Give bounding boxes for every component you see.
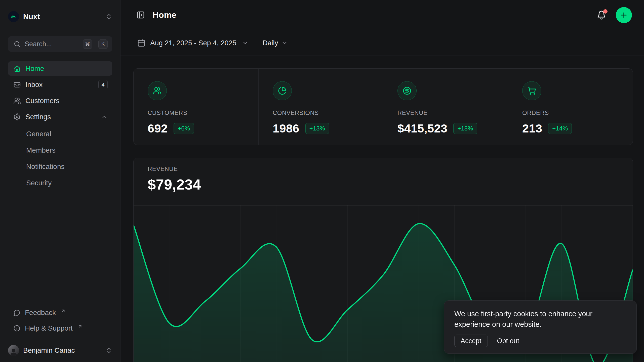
sidebar-item-general[interactable]: General [26,126,112,142]
settings-gear-icon [13,113,21,121]
plus-icon [620,11,628,19]
sidebar-item-label: Settings [25,113,97,121]
optout-cookies-button[interactable]: Opt out [497,337,519,345]
stat-conversions[interactable]: CONVERSIONS 1986 +13% [258,69,383,145]
users-icon [13,97,21,105]
cookie-message-line2: experience on our website. [454,319,626,330]
stat-label: CUSTOMERS [148,109,258,116]
stat-label: REVENUE [397,109,508,116]
pie-chart-icon [273,81,292,100]
sidebar-spacer [8,191,112,305]
sidebar-divider [0,340,120,340]
sidebar-item-home[interactable]: Home [8,61,112,76]
sidebar-item-members[interactable]: Members [26,142,112,158]
stat-delta-badge: +6% [174,123,194,134]
avatar [8,345,19,356]
feedback-label: Feedback [25,309,56,317]
header-actions [597,7,632,23]
accept-cookies-button[interactable]: Accept [454,335,488,347]
panel-left-close-icon [137,11,145,19]
collapse-sidebar-button[interactable] [137,11,145,19]
date-range-value: Aug 21, 2025 - Sep 4, 2025 [150,39,236,47]
subnav-label: General [26,130,51,138]
stats-card: CUSTOMERS 692 +6% CONVERSIONS 1986 +13% [133,68,633,145]
kbd-command: ⌘ [83,39,92,49]
toolbar: Aug 21, 2025 - Sep 4, 2025 Daily [120,30,644,56]
sidebar-item-security[interactable]: Security [26,175,112,191]
users-stat-icon [148,81,167,100]
calendar-icon [137,39,146,47]
chevrons-up-down-icon [106,347,112,354]
chevrons-up-down-icon [106,13,112,20]
sidebar-item-notifications[interactable]: Notifications [26,158,112,175]
stat-value: 213 [522,121,542,135]
user-menu[interactable]: Benjamin Canac [3,342,112,358]
help-support-link[interactable]: Help & Support [8,321,112,336]
notification-dot [603,9,608,14]
sidebar: Nuxt Search... ⌘ K Home Inbox 4 [0,0,120,362]
add-button[interactable] [616,7,632,23]
stat-label: CONVERSIONS [273,109,383,116]
search-icon [14,40,21,48]
dollar-circle-icon [397,81,417,100]
stat-customers[interactable]: CUSTOMERS 692 +6% [134,69,258,145]
workspace-switcher[interactable]: Nuxt [3,10,112,24]
shopping-cart-icon [522,81,541,100]
revenue-chart-header: REVENUE $79,234 [134,158,633,205]
sidebar-item-inbox[interactable]: Inbox 4 [8,77,112,92]
external-link-icon [78,324,83,329]
sidebar-nav: Home Inbox 4 Customers Settings Ge [8,61,112,191]
notifications-button[interactable] [597,10,606,20]
sidebar-item-customers[interactable]: Customers [8,94,112,108]
revenue-chart-label: REVENUE [148,165,633,172]
sidebar-item-label: Customers [25,97,108,105]
subnav-label: Members [26,146,56,154]
chevron-down-icon [242,40,249,46]
help-support-label: Help & Support [25,324,73,332]
stat-revenue[interactable]: REVENUE $415,523 +18% [383,69,508,145]
stat-delta-badge: +13% [305,123,329,134]
stat-value: 1986 [273,121,299,135]
granularity-select[interactable]: Daily [263,39,288,47]
cookie-message-line1: We use first-party cookies to enhance yo… [454,308,626,319]
inbox-count-badge: 4 [98,80,108,89]
info-icon [13,325,20,332]
stat-value: 692 [148,121,168,135]
stat-value: $415,523 [397,121,447,135]
home-icon [13,65,21,72]
page-title: Home [152,10,176,20]
subnav-label: Security [26,179,52,187]
date-range-picker[interactable]: Aug 21, 2025 - Sep 4, 2025 [137,39,249,47]
sidebar-item-settings[interactable]: Settings [8,110,112,124]
search-input[interactable]: Search... ⌘ K [8,36,112,52]
stat-delta-badge: +14% [548,123,572,134]
external-link-icon [61,308,66,313]
sidebar-item-label: Home [25,65,108,73]
subnav-label: Notifications [26,163,65,171]
stat-orders[interactable]: ORDERS 213 +14% [508,69,633,145]
stat-label: ORDERS [522,109,633,116]
kbd-k: K [98,39,108,49]
message-circle-icon [13,309,20,316]
user-name: Benjamin Canac [23,346,102,354]
chevron-down-icon [281,40,288,46]
chevron-up-icon [101,114,108,120]
workspace-name: Nuxt [23,12,102,21]
granularity-value: Daily [263,39,278,47]
stat-delta-badge: +18% [453,123,477,134]
main-header: Home [120,0,644,30]
sidebar-item-label: Inbox [25,81,94,89]
inbox-icon [13,81,21,88]
nuxt-logo-icon [8,11,19,22]
cookie-banner: We use first-party cookies to enhance yo… [444,300,637,354]
revenue-chart-value: $79,234 [148,176,633,193]
search-placeholder: Search... [25,40,77,48]
settings-subnav: General Members Notifications Security [18,126,112,191]
feedback-link[interactable]: Feedback [8,305,112,321]
